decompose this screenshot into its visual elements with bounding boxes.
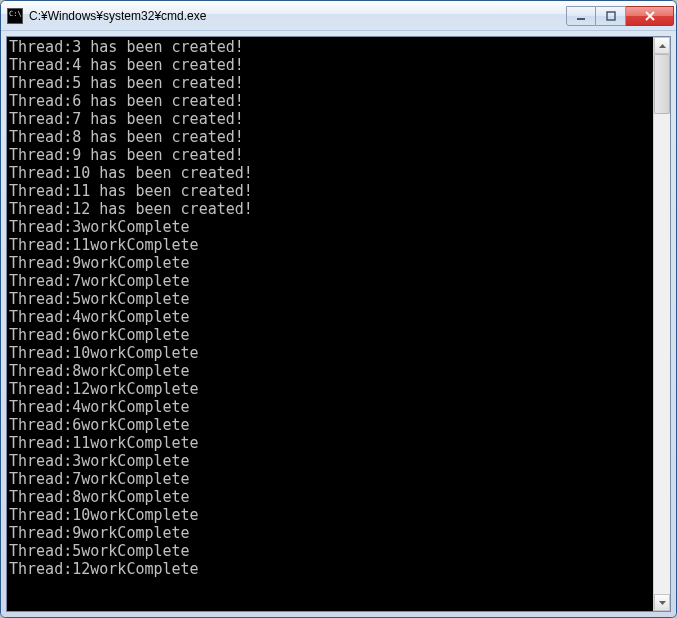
close-icon [644,11,656,21]
console-output[interactable]: Thread:3 has been created! Thread:4 has … [7,37,653,611]
scroll-up-button[interactable] [654,37,670,54]
maximize-button[interactable] [596,6,626,26]
close-button[interactable] [626,6,674,26]
console-area: Thread:3 has been created! Thread:4 has … [6,36,671,612]
window-controls [566,6,674,26]
cmd-window: C:¥Windows¥system32¥cmd.exe Thread:3 has… [0,0,677,618]
maximize-icon [606,11,616,21]
svg-rect-0 [577,18,585,20]
client-frame: Thread:3 has been created! Thread:4 has … [1,31,676,617]
minimize-button[interactable] [566,6,596,26]
window-title: C:¥Windows¥system32¥cmd.exe [29,9,566,23]
scroll-track[interactable] [654,54,670,594]
cmd-icon [7,8,23,24]
chevron-down-icon [659,601,666,605]
minimize-icon [576,11,586,21]
svg-rect-1 [607,12,615,20]
chevron-up-icon [659,44,666,48]
scroll-down-button[interactable] [654,594,670,611]
scroll-thumb[interactable] [654,54,670,114]
titlebar[interactable]: C:¥Windows¥system32¥cmd.exe [1,1,676,31]
vertical-scrollbar[interactable] [653,37,670,611]
